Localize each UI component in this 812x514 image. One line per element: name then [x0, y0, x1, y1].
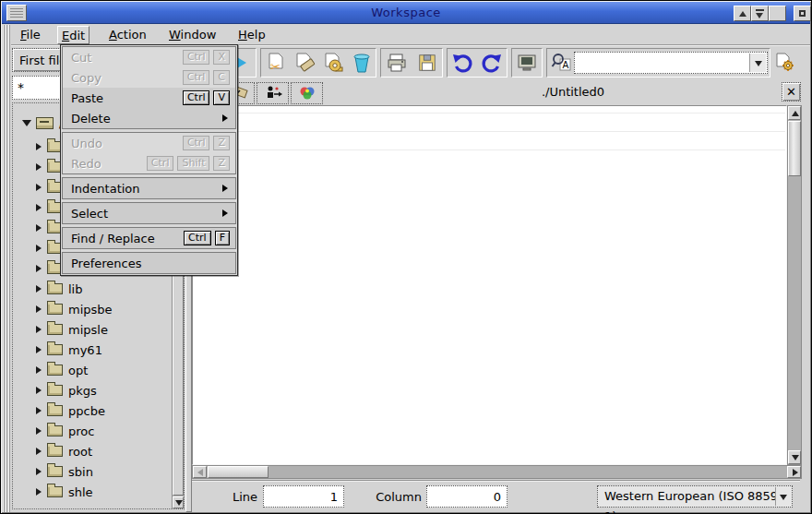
person-arrows-icon: [263, 85, 283, 102]
tree-label: pkgs: [68, 384, 97, 398]
expander-icon[interactable]: [36, 427, 42, 435]
folder-icon: [47, 304, 63, 315]
menu-item-indentation[interactable]: Indentation: [63, 178, 235, 198]
scroll-down-button[interactable]: [788, 450, 801, 464]
copy-button[interactable]: [292, 50, 317, 76]
expander-icon[interactable]: [36, 143, 42, 150]
tree-item[interactable]: ppcbe: [36, 400, 105, 421]
tree-label: opt: [68, 364, 88, 377]
colors-toggle[interactable]: [291, 82, 323, 104]
combobox-dropdown-button[interactable]: [749, 54, 766, 72]
expander-icon[interactable]: [36, 224, 42, 232]
expander-icon[interactable]: [36, 407, 42, 414]
menu-help[interactable]: Help: [234, 26, 269, 44]
tree-item[interactable]: sbin: [36, 461, 93, 482]
menu-group-clipboard: Cut CtrlX Copy CtrlC Paste CtrlV Delete: [62, 46, 236, 129]
tree-item[interactable]: my61: [36, 340, 102, 360]
encoding-select[interactable]: Western European (ISO 8859-1): [597, 485, 793, 508]
shade-button[interactable]: [734, 6, 751, 21]
maximize-button[interactable]: [769, 6, 786, 21]
titlebar[interactable]: Workspace: [2, 2, 810, 24]
macro-button[interactable]: [772, 50, 798, 76]
grip-handle[interactable]: [3, 25, 11, 512]
tree-label: mipsle: [68, 323, 108, 337]
expander-icon[interactable]: [36, 366, 42, 374]
column-input[interactable]: [426, 485, 508, 508]
close-window-button[interactable]: [794, 6, 811, 21]
expander-icon[interactable]: [36, 326, 42, 333]
print-button[interactable]: [384, 50, 410, 76]
scrollbar-thumb[interactable]: [208, 466, 269, 478]
cut-button[interactable]: ✂: [263, 50, 289, 76]
menu-file[interactable]: File: [17, 26, 44, 44]
editor-horizontal-scrollbar[interactable]: [192, 465, 802, 479]
encoding-dropdown-button[interactable]: [775, 487, 791, 506]
tree-item[interactable]: pkgs: [36, 380, 97, 400]
editor-vertical-scrollbar[interactable]: [787, 105, 802, 465]
find-button[interactable]: A: [549, 50, 575, 76]
editor-area[interactable]: [192, 105, 787, 465]
arrow-down-icon: [792, 455, 799, 460]
run-person-toggle[interactable]: [257, 82, 289, 104]
expander-icon[interactable]: [36, 184, 42, 191]
menu-item-preferences[interactable]: Preferences: [63, 253, 235, 273]
expander-icon[interactable]: [36, 163, 42, 171]
svg-text:✂: ✂: [270, 60, 281, 74]
folder-icon: [47, 385, 63, 396]
menu-item-delete[interactable]: Delete: [63, 108, 235, 128]
toolbar-group-search: A: [546, 48, 770, 78]
save-button[interactable]: [414, 50, 440, 76]
triangle-down-icon: [756, 13, 763, 18]
scroll-down-button[interactable]: [173, 496, 184, 508]
paste-button[interactable]: [320, 50, 346, 76]
expander-open-icon[interactable]: [22, 120, 31, 126]
scroll-up-button[interactable]: [788, 106, 801, 120]
tree-item[interactable]: mipsbe: [36, 299, 113, 319]
redo-button[interactable]: [479, 50, 505, 76]
expander-icon[interactable]: [36, 387, 42, 394]
scroll-right-button[interactable]: [787, 466, 801, 478]
tree-item[interactable]: lib: [36, 279, 82, 299]
expander-icon[interactable]: [36, 305, 42, 313]
tree-item[interactable]: proc: [36, 421, 94, 441]
menu-item-find-replace[interactable]: Find / Replace CtrlF: [63, 228, 235, 248]
expander-icon[interactable]: [36, 468, 42, 475]
tree-label: my61: [68, 343, 102, 357]
expander-icon[interactable]: [36, 346, 42, 353]
menu-group-preferences: Preferences: [62, 252, 236, 274]
expander-icon[interactable]: [36, 204, 42, 211]
search-input[interactable]: [576, 54, 748, 72]
expander-icon[interactable]: [36, 265, 42, 272]
tree-item-root[interactable]: /: [22, 113, 63, 133]
tree-item[interactable]: root: [36, 441, 92, 461]
undo-button[interactable]: [449, 50, 475, 76]
delete-button[interactable]: [349, 50, 375, 76]
menu-item-paste[interactable]: Paste CtrlV: [63, 88, 235, 108]
tree-item[interactable]: shle: [36, 482, 93, 502]
scrollbar-thumb[interactable]: [788, 121, 801, 176]
toolbar-group-terminal: [511, 48, 543, 78]
expander-icon[interactable]: [36, 285, 42, 293]
search-combobox[interactable]: [574, 52, 768, 74]
menu-window[interactable]: Window: [165, 26, 220, 44]
tree-item[interactable]: mipsle: [36, 319, 108, 340]
lower-button[interactable]: [751, 6, 769, 21]
menu-group-history: Undo CtrlZ Redo CtrlShiftZ: [62, 132, 236, 174]
menu-edit[interactable]: Edit: [57, 26, 90, 44]
chevron-down-icon: [755, 61, 762, 66]
tree-item[interactable]: opt: [36, 360, 88, 380]
close-document-button[interactable]: ✕: [782, 82, 801, 102]
document-title: ./Untitled0: [513, 85, 633, 99]
folder-icon: [47, 486, 63, 497]
menu-item-select[interactable]: Select: [63, 203, 235, 223]
expander-icon[interactable]: [36, 448, 42, 455]
folder-icon: [47, 466, 63, 477]
folder-icon: [47, 365, 63, 376]
expander-icon[interactable]: [36, 245, 42, 252]
expander-icon[interactable]: [36, 488, 42, 496]
line-input[interactable]: [263, 485, 344, 508]
scroll-left-button[interactable]: [193, 466, 207, 478]
menu-action[interactable]: Action: [105, 26, 150, 44]
undo-icon: [451, 52, 473, 74]
terminal-button[interactable]: [514, 50, 540, 76]
